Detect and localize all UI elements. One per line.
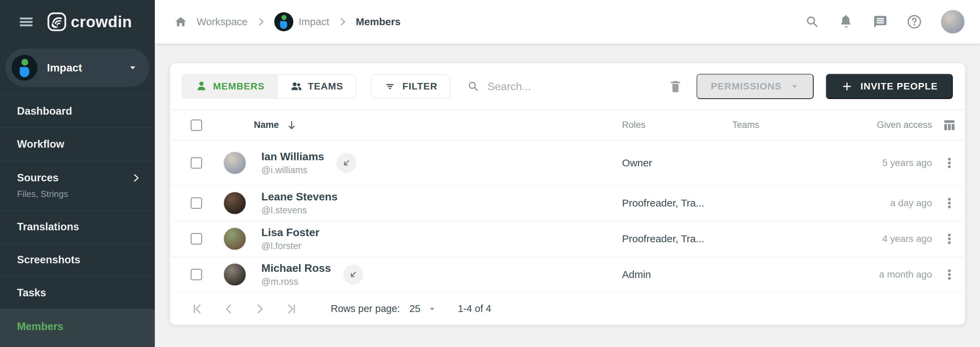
chevron-right-icon: [131, 173, 141, 183]
person-icon: [195, 80, 208, 93]
help-icon[interactable]: [907, 14, 922, 30]
chevron-right-icon: [256, 18, 266, 26]
row-menu-icon[interactable]: [943, 156, 956, 170]
notifications-icon[interactable]: [838, 14, 854, 30]
rows-per-page-value: 25: [409, 303, 420, 314]
invite-people-label: INVITE PEOPLE: [861, 81, 938, 92]
last-page-icon[interactable]: [285, 302, 298, 316]
tab-members[interactable]: MEMBERS: [182, 75, 277, 98]
arrow-received-icon: [341, 158, 352, 168]
column-header-given-access[interactable]: Given access: [834, 120, 933, 130]
column-header-name[interactable]: Name: [254, 120, 622, 130]
tab-teams[interactable]: TEAMS: [277, 75, 356, 98]
member-user-cell: Leane Stevens @l.stevens: [254, 191, 622, 216]
row-menu-icon[interactable]: [943, 196, 956, 210]
project-avatar: [11, 55, 37, 81]
sidebar-item-label: Members: [17, 320, 63, 333]
columns-settings-icon[interactable]: [942, 118, 957, 133]
sidebar-item-label: Translations: [17, 221, 79, 233]
name-header-label: Name: [254, 120, 279, 130]
member-name[interactable]: Michael Ross: [261, 262, 331, 275]
member-row: Lisa Foster @l.forster Proofreader, Tra.…: [170, 221, 965, 257]
logo-text: crowdin: [71, 13, 132, 31]
sidebar-item-tasks[interactable]: Tasks: [0, 276, 155, 309]
pagination-range: 1-4 of 4: [458, 303, 491, 314]
chevron-right-icon: [338, 18, 347, 26]
sidebar-item-workflow[interactable]: Workflow: [0, 127, 155, 161]
sidebar-item-translations[interactable]: Translations: [0, 210, 155, 243]
column-header-roles[interactable]: Roles: [622, 120, 732, 130]
tab-teams-label: TEAMS: [308, 81, 343, 92]
member-name[interactable]: Leane Stevens: [261, 191, 337, 203]
member-user-cell: Ian Williams @i.williams: [254, 150, 622, 175]
home-icon[interactable]: [173, 14, 188, 29]
member-username: @l.forster: [261, 241, 320, 251]
member-user-cell: Michael Ross @m.ross: [254, 262, 622, 287]
breadcrumb-project[interactable]: Impact: [274, 12, 329, 31]
sidebar-item-screenshots[interactable]: Screenshots: [0, 243, 155, 276]
logo-row: crowdin: [0, 0, 155, 43]
sidebar-item-dashboard[interactable]: Dashboard: [0, 95, 155, 127]
search-box: [466, 80, 668, 93]
messages-icon[interactable]: [872, 14, 888, 30]
row-checkbox[interactable]: [191, 233, 202, 245]
chevron-down-icon: [127, 63, 138, 73]
main-content: MEMBERS TEAMS FILTER PERMISSIONS: [155, 43, 980, 347]
delete-icon[interactable]: [668, 79, 683, 94]
search-icon: [466, 80, 480, 93]
sidebar-item-members[interactable]: Members: [0, 309, 155, 347]
pagination: Rows per page: 25 1-4 of 4: [170, 293, 965, 325]
rows-per-page-select[interactable]: 25: [409, 303, 437, 314]
member-roles: Owner: [622, 157, 732, 169]
user-avatar[interactable]: [940, 10, 965, 34]
menu-icon[interactable]: [18, 13, 35, 30]
invite-people-button[interactable]: INVITE PEOPLE: [826, 74, 953, 99]
access-granted-badge: [343, 265, 363, 284]
sidebar: crowdin Impact Dashboard Workflow: [0, 0, 155, 347]
project-selector[interactable]: Impact: [5, 49, 150, 87]
crowdin-logo[interactable]: crowdin: [47, 12, 132, 32]
breadcrumb-workspace[interactable]: Workspace: [197, 16, 248, 27]
filter-icon: [383, 80, 396, 93]
select-all-checkbox[interactable]: [191, 119, 202, 131]
search-input[interactable]: [488, 80, 668, 93]
member-roles: Proofreader, Tra...: [622, 197, 732, 209]
member-given-access: a month ago: [834, 269, 933, 280]
plus-icon: [841, 80, 853, 92]
breadcrumb-current: Members: [356, 16, 401, 27]
sidebar-item-sources[interactable]: Sources Files, Strings: [0, 161, 155, 210]
topbar-icons: [804, 10, 965, 34]
table-header: Name Roles Teams Given access: [170, 110, 965, 140]
member-avatar: [223, 263, 247, 286]
sort-descending-icon: [286, 120, 297, 130]
member-avatar: [223, 151, 247, 175]
member-given-access: 5 years ago: [834, 158, 933, 169]
row-checkbox[interactable]: [191, 197, 202, 209]
people-icon: [290, 80, 303, 93]
member-roles: Proofreader, Tra...: [622, 233, 732, 245]
search-icon[interactable]: [804, 14, 820, 30]
row-checkbox[interactable]: [191, 269, 202, 280]
sidebar-item-subtitle: Files, Strings: [17, 189, 141, 199]
member-given-access: 4 years ago: [834, 233, 933, 244]
table-body: Ian Williams @i.williams Owner 5 years a…: [170, 140, 965, 293]
permissions-button[interactable]: PERMISSIONS: [697, 74, 814, 99]
row-checkbox[interactable]: [191, 157, 202, 169]
member-name[interactable]: Ian Williams: [261, 150, 324, 163]
crowdin-logo-icon: [47, 12, 67, 32]
member-username: @l.stevens: [261, 205, 337, 216]
breadcrumb-project-label: Impact: [299, 16, 329, 27]
row-menu-icon[interactable]: [943, 232, 956, 246]
filter-button[interactable]: FILTER: [371, 75, 450, 98]
access-granted-badge: [337, 153, 356, 173]
previous-page-icon[interactable]: [222, 302, 235, 316]
members-toolbar: MEMBERS TEAMS FILTER PERMISSIONS: [170, 63, 965, 110]
first-page-icon[interactable]: [191, 302, 204, 316]
column-header-teams[interactable]: Teams: [732, 120, 834, 130]
row-menu-icon[interactable]: [943, 268, 956, 281]
sidebar-item-label: Workflow: [17, 138, 64, 150]
member-name[interactable]: Lisa Foster: [261, 226, 320, 239]
chevron-down-icon: [428, 304, 437, 313]
view-switcher: MEMBERS TEAMS: [182, 75, 356, 98]
next-page-icon[interactable]: [253, 302, 267, 316]
